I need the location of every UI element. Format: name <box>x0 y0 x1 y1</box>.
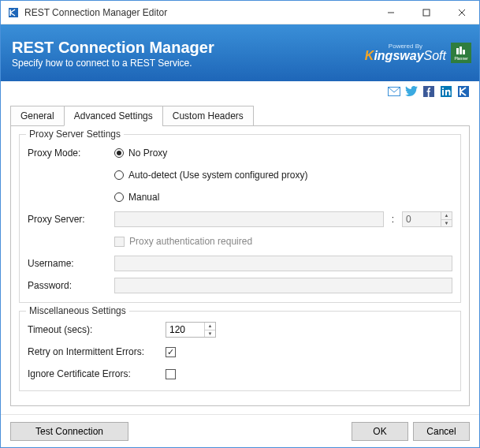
tab-general[interactable]: General <box>10 106 64 126</box>
radio-manual[interactable]: Manual <box>114 192 159 203</box>
titlebar: REST Connection Manager Editor <box>1 1 479 24</box>
svg-rect-7 <box>463 50 465 54</box>
radio-auto-detect[interactable]: Auto-detect (Use system configured proxy… <box>114 170 307 181</box>
footer: Test Connection OK Cancel <box>1 414 479 447</box>
proxy-port-spinner[interactable]: ▲ ▼ <box>402 211 452 227</box>
linkedin-icon[interactable] <box>440 85 452 98</box>
proxy-group-label: Proxy Server Settings <box>26 129 124 140</box>
facebook-icon[interactable] <box>422 85 435 98</box>
dialog-window: REST Connection Manager Editor REST Conn… <box>0 0 480 448</box>
ignore-cert-label: Ignore Certificate Errors: <box>28 368 166 379</box>
timeout-label: Timeout (secs): <box>28 324 166 335</box>
username-label: Username: <box>28 258 114 269</box>
ok-button[interactable]: OK <box>352 422 408 441</box>
proxy-server-label: Proxy Server: <box>28 214 114 225</box>
close-button[interactable] <box>444 1 479 24</box>
retry-checkbox[interactable] <box>166 347 176 357</box>
twitter-icon[interactable] <box>405 85 418 98</box>
svg-rect-6 <box>460 47 462 54</box>
proxy-groupbox: Proxy Server Settings Proxy Mode: No Pro… <box>19 134 461 303</box>
app-icon <box>7 6 20 19</box>
mail-icon[interactable] <box>388 85 400 98</box>
window-controls <box>373 1 479 24</box>
kingswaysoft-logo: Powered By KingswaySoft <box>365 43 446 62</box>
cancel-button[interactable]: Cancel <box>413 422 470 441</box>
window-title: REST Connection Manager Editor <box>24 7 373 18</box>
proxy-auth-checkbox <box>114 237 125 247</box>
retry-label: Retry on Intermittent Errors: <box>28 346 166 357</box>
svg-rect-11 <box>442 90 444 95</box>
tabpage-advanced: Proxy Server Settings Proxy Mode: No Pro… <box>10 125 470 406</box>
minimize-button[interactable] <box>373 1 408 24</box>
tabstrip: General Advanced Settings Custom Headers <box>10 105 470 125</box>
svg-rect-5 <box>456 48 459 54</box>
proxy-mode-label: Proxy Mode: <box>28 147 114 159</box>
timeout-input[interactable] <box>166 323 204 337</box>
misc-group-label: Miscellaneous Settings <box>26 305 129 316</box>
test-connection-button[interactable]: Test Connection <box>10 422 128 441</box>
body: General Advanced Settings Custom Headers… <box>1 102 479 414</box>
timeout-down-icon[interactable]: ▼ <box>205 330 215 338</box>
maximize-button[interactable] <box>408 1 444 24</box>
svg-point-12 <box>442 87 444 88</box>
tab-advanced-settings[interactable]: Advanced Settings <box>64 106 162 126</box>
password-label: Password: <box>28 280 114 291</box>
planner-logo: Planner <box>451 43 471 63</box>
misc-groupbox: Miscellaneous Settings Timeout (secs): ▲… <box>19 311 461 391</box>
banner-logos: Powered By KingswaySoft Planner <box>365 24 471 81</box>
port-down-icon[interactable]: ▼ <box>441 220 452 227</box>
timeout-spinner[interactable]: ▲ ▼ <box>166 322 216 338</box>
k-icon[interactable] <box>457 85 470 98</box>
proxy-port-input[interactable] <box>403 212 441 226</box>
timeout-up-icon[interactable]: ▲ <box>205 323 215 330</box>
port-up-icon[interactable]: ▲ <box>441 212 452 220</box>
svg-rect-2 <box>423 9 430 16</box>
proxy-auth-label: Proxy authentication required <box>129 236 252 247</box>
password-input[interactable] <box>114 278 452 293</box>
banner: REST Connection Manager Specify how to c… <box>1 24 479 81</box>
username-input[interactable] <box>114 256 452 271</box>
radio-no-proxy[interactable]: No Proxy <box>114 147 167 159</box>
social-row <box>1 81 479 102</box>
ignore-cert-checkbox[interactable] <box>166 369 176 379</box>
proxy-server-input[interactable] <box>114 211 384 227</box>
tab-custom-headers[interactable]: Custom Headers <box>162 106 254 126</box>
